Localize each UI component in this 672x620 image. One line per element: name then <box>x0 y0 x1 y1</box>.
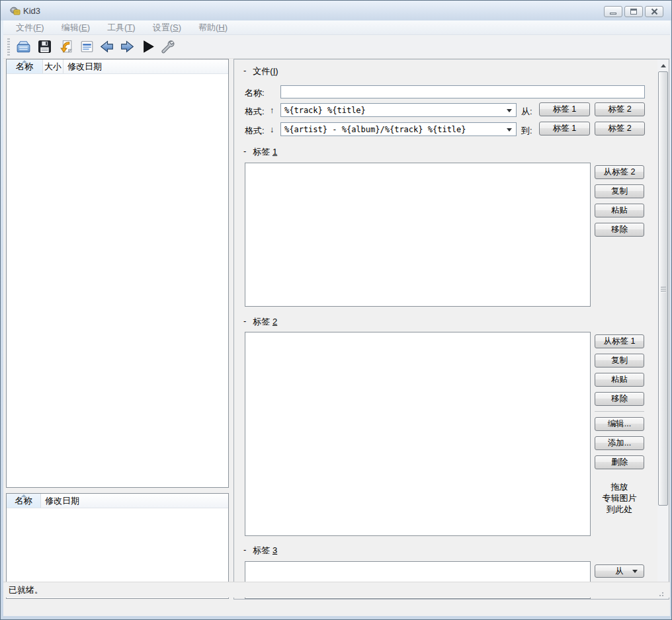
tag2-from-tag1-button[interactable]: 从标签 1 <box>595 334 644 348</box>
scroll-up-button[interactable] <box>657 60 669 71</box>
collapse-indicator: - <box>243 316 246 328</box>
album-art-drop-zone[interactable]: 拖放 专辑图片 到此处 <box>595 481 644 515</box>
minimize-icon <box>610 13 616 15</box>
tag2-section-header[interactable]: - 标签 2 <box>243 316 277 328</box>
file-list-header-name[interactable]: 名称 <box>7 59 43 73</box>
menu-tools[interactable]: 工具(T) <box>101 22 142 34</box>
previous-file-icon <box>99 38 115 55</box>
file-list-header-size[interactable]: 大小 <box>43 59 63 73</box>
tag3-from-dropdown[interactable]: 从 <box>595 564 644 578</box>
tag1-from-tag2-button[interactable]: 从标签 2 <box>595 165 644 179</box>
menu-bar: 文件(F) 编辑(E) 工具(T) 设置(S) 帮助(H) <box>3 20 670 35</box>
format-to-label: 格式: <box>245 125 265 137</box>
folder-list-header-name[interactable]: 名称 <box>7 494 41 508</box>
arrow-down-glyph: ↓ <box>270 124 274 134</box>
next-file-icon <box>119 38 136 55</box>
arrow-up-glyph: ↑ <box>270 105 274 115</box>
maximize-icon <box>630 9 637 15</box>
dropdown-arrow-icon <box>632 570 638 573</box>
name-label: 名称: <box>245 87 265 99</box>
file-list-icon <box>79 38 95 55</box>
resize-grip[interactable] <box>662 592 663 594</box>
minimize-button[interactable] <box>604 6 622 17</box>
menu-settings[interactable]: 设置(S) <box>147 22 187 34</box>
client-area: 文件(F) 编辑(E) 工具(T) 设置(S) 帮助(H) <box>3 20 670 616</box>
menu-edit[interactable]: 编辑(E) <box>56 22 96 34</box>
app-icon <box>10 5 21 16</box>
settings-button[interactable] <box>157 37 176 56</box>
vertical-scrollbar[interactable] <box>657 59 669 599</box>
combo-arrow-icon <box>507 128 512 132</box>
tag2-paste-button[interactable]: 粘贴 <box>595 373 644 387</box>
file-list-button[interactable] <box>77 37 96 56</box>
menu-file[interactable]: 文件(F) <box>10 22 50 34</box>
format-to-combo[interactable]: %{artist} - %{album}/%{track} %{title} <box>280 122 517 136</box>
maximize-button[interactable] <box>624 6 643 17</box>
to-label: 到: <box>521 125 532 137</box>
collapse-indicator: - <box>243 146 246 158</box>
scrollbar-grip-icon <box>661 289 666 290</box>
close-icon <box>651 8 658 15</box>
folder-list-header-modified[interactable]: 修改日期 <box>41 494 228 508</box>
scroll-up-icon <box>661 64 666 67</box>
to-tag2-button[interactable]: 标签 2 <box>595 122 645 136</box>
title-bar[interactable]: Kid3 <box>1 1 671 20</box>
tag1-paste-button[interactable]: 粘贴 <box>595 204 644 217</box>
play-icon <box>140 38 156 55</box>
status-bar: 已就绪。 <box>3 582 670 598</box>
open-icon <box>15 38 32 55</box>
tag3-section-header[interactable]: - 标签 3 <box>243 545 277 557</box>
format-from-label: 格式: <box>245 106 265 118</box>
menu-help[interactable]: 帮助(H) <box>192 22 233 34</box>
scrollbar-thumb[interactable] <box>658 71 668 506</box>
next-file-button[interactable] <box>118 37 136 56</box>
save-icon <box>36 38 53 55</box>
to-tag1-button[interactable]: 标签 1 <box>539 122 590 136</box>
tag2-fields-table[interactable] <box>245 332 591 536</box>
button-separator <box>595 411 644 412</box>
tag2-remove-button[interactable]: 移除 <box>595 392 644 406</box>
file-list-body[interactable] <box>7 74 228 488</box>
tag1-section-header[interactable]: - 标签 1 <box>243 146 277 158</box>
settings-icon <box>159 38 175 55</box>
previous-file-button[interactable] <box>97 37 116 56</box>
filename-input[interactable] <box>280 85 645 98</box>
revert-button[interactable] <box>56 37 75 56</box>
file-section-header[interactable]: - 文件(I) <box>243 65 278 77</box>
tag2-copy-button[interactable]: 复制 <box>595 354 644 368</box>
tag-edit-area: - 文件(I) 名称: 格式: ↑ %{track} %{title} 从: 标… <box>233 59 669 600</box>
tag1-copy-button[interactable]: 复制 <box>595 184 644 198</box>
combo-arrow-icon <box>507 109 512 112</box>
close-button[interactable] <box>645 6 663 17</box>
tag1-fields-table[interactable] <box>245 163 591 307</box>
file-list-header-modified[interactable]: 修改日期 <box>63 59 228 73</box>
sort-ascending-icon <box>21 494 26 497</box>
folder-list-header: 名称 修改日期 <box>7 494 228 508</box>
toolbar <box>3 35 670 59</box>
open-button[interactable] <box>14 37 32 56</box>
tag1-remove-button[interactable]: 移除 <box>595 223 644 237</box>
file-list-header: 名称 大小 修改日期 <box>7 59 228 74</box>
from-tag2-button[interactable]: 标签 2 <box>595 102 645 116</box>
save-button[interactable] <box>35 37 54 56</box>
format-from-combo[interactable]: %{track} %{title} <box>280 103 517 117</box>
kid3-window: Kid3 文件(F) 编辑(E) 工具(T) 设置(S) 帮助(H) <box>0 0 672 620</box>
collapse-indicator: - <box>243 545 246 557</box>
toolbar-grip[interactable] <box>7 38 10 56</box>
tag2-delete-button[interactable]: 删除 <box>595 455 644 469</box>
from-tag1-button[interactable]: 标签 1 <box>539 102 590 116</box>
revert-icon <box>58 38 74 55</box>
window-title: Kid3 <box>23 6 40 16</box>
file-list-panel[interactable]: 名称 大小 修改日期 <box>6 59 229 488</box>
status-message: 已就绪。 <box>9 584 43 596</box>
tag2-edit-button[interactable]: 编辑... <box>595 417 644 431</box>
from-label: 从: <box>521 106 532 118</box>
sort-ascending-icon <box>22 60 27 63</box>
collapse-indicator: - <box>243 65 246 77</box>
tag2-add-button[interactable]: 添加... <box>595 436 644 450</box>
play-button[interactable] <box>138 37 157 56</box>
